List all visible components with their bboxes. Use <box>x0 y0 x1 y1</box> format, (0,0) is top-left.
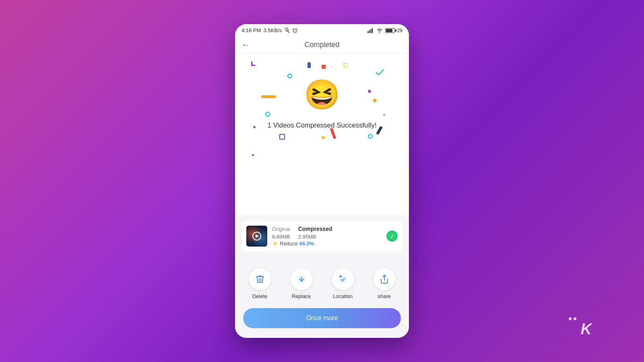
svg-rect-7 <box>251 65 255 66</box>
confetti-11 <box>253 126 256 128</box>
location-icon <box>338 274 348 284</box>
size-row: Original Compressed <box>272 226 382 232</box>
watermark-letter: K <box>581 321 592 338</box>
svg-rect-27 <box>339 276 342 277</box>
share-label: share <box>378 293 391 299</box>
status-bar: 4:16 PM 3.5KB/s <box>235 24 409 37</box>
svg-point-23 <box>383 114 385 116</box>
status-left: 4:16 PM 3.5KB/s <box>242 27 298 33</box>
svg-point-24 <box>252 154 254 156</box>
svg-rect-11 <box>322 65 326 69</box>
compressed-size: 2.95MB <box>298 234 316 240</box>
confetti-8 <box>368 90 371 93</box>
delete-button[interactable]: Delete <box>246 265 274 302</box>
replace-icon <box>297 274 306 284</box>
once-more-section: Once more <box>235 306 409 338</box>
confetti-9 <box>372 98 378 103</box>
compressed-label: Compressed <box>298 226 332 232</box>
size-values-row: 8.69MB 2.95MB <box>272 232 382 240</box>
confetti-10 <box>265 112 270 117</box>
delete-label: Delete <box>252 293 268 299</box>
confetti-6 <box>376 70 384 75</box>
reduce-text: Reduce <box>280 241 298 247</box>
battery-icon <box>385 28 395 33</box>
video-thumbnail <box>246 226 267 247</box>
delete-icon-circle <box>249 268 271 290</box>
play-triangle <box>256 234 259 238</box>
replace-label: Replace <box>292 293 311 299</box>
action-buttons: Delete Replace <box>239 265 405 302</box>
actions-section: Delete Replace <box>235 257 409 306</box>
phone-frame: 4:16 PM 3.5KB/s <box>235 24 409 338</box>
confetti-7 <box>261 94 276 99</box>
svg-point-9 <box>288 74 292 78</box>
svg-point-6 <box>379 32 380 33</box>
svg-point-17 <box>253 126 256 128</box>
share-icon-circle <box>374 268 395 290</box>
watermark-dot-1 <box>569 317 572 320</box>
svg-rect-12 <box>344 63 348 67</box>
confetti-5 <box>344 63 348 67</box>
mute-icon <box>284 28 290 33</box>
confetti-4 <box>322 65 326 69</box>
svg-rect-4 <box>370 29 371 33</box>
share-button[interactable]: share <box>370 265 398 302</box>
svg-rect-15 <box>372 98 377 103</box>
confetti-16 <box>376 126 382 135</box>
confetti-18 <box>252 154 254 156</box>
alarm-icon <box>292 28 298 33</box>
svg-rect-3 <box>369 30 369 33</box>
play-button[interactable] <box>252 232 261 241</box>
svg-rect-2 <box>367 31 368 33</box>
confetti-3 <box>308 62 311 68</box>
battery-percent: 29 <box>397 28 402 33</box>
signal-icon <box>367 28 374 33</box>
original-size: 8.69MB <box>272 234 290 240</box>
original-label: Original <box>272 226 290 232</box>
confetti-1 <box>251 62 258 69</box>
details-section: Original Compressed 8.69MB 2.95MB ⚡ Redu… <box>235 215 409 257</box>
watermark-dots <box>569 317 576 320</box>
svg-rect-13 <box>261 95 276 98</box>
status-time: 4:16 PM <box>242 27 261 33</box>
replace-icon-circle <box>291 268 312 290</box>
location-button[interactable]: Location <box>329 265 357 302</box>
svg-rect-10 <box>308 62 311 68</box>
location-icon-circle <box>332 268 354 290</box>
svg-rect-26 <box>339 276 347 283</box>
location-label: Location <box>333 293 353 299</box>
check-icon: ✓ <box>386 230 398 242</box>
reduce-percent: 66.0% <box>299 241 314 247</box>
wifi-icon <box>376 28 383 33</box>
reduce-row: ⚡ Reduce 66.0% <box>272 241 382 247</box>
svg-rect-8 <box>251 62 252 66</box>
back-button[interactable]: ← <box>242 40 250 49</box>
video-row: Original Compressed 8.69MB 2.95MB ⚡ Redu… <box>242 221 402 251</box>
confetti-17 <box>383 114 385 116</box>
status-speed: 3.5KB/s <box>263 27 282 33</box>
share-icon <box>380 274 389 284</box>
watermark-dot-2 <box>574 317 576 320</box>
header-title: Completed <box>304 41 339 49</box>
replace-button[interactable]: Replace <box>287 265 316 302</box>
confetti-2 <box>287 74 292 78</box>
svg-point-14 <box>368 90 371 93</box>
lightning-icon: ⚡ <box>272 241 278 247</box>
svg-point-16 <box>266 112 270 116</box>
video-info: Original Compressed 8.69MB 2.95MB ⚡ Redu… <box>272 226 382 247</box>
celebration-emoji: 😆 <box>304 78 340 112</box>
once-more-button[interactable]: Once more <box>243 308 401 328</box>
delete-icon <box>255 274 265 284</box>
header: ← Completed <box>235 37 409 53</box>
svg-rect-22 <box>376 126 382 135</box>
svg-rect-5 <box>372 28 372 33</box>
celebration-area: 😆 1 Videos Compressed Successfully! <box>235 53 409 215</box>
success-text: 1 Videos Compressed Successfully! <box>268 121 377 138</box>
status-right: 29 <box>367 28 402 33</box>
